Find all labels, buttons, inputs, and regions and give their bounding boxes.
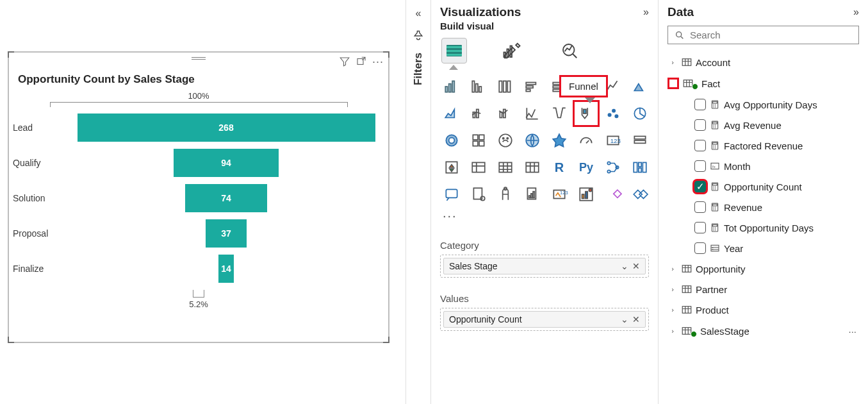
funnel-row[interactable]: Qualify94 xyxy=(9,149,382,177)
visual-type-icon[interactable] xyxy=(602,102,625,125)
visual-type-icon[interactable] xyxy=(602,183,625,206)
table-node[interactable]: ›Account xyxy=(667,52,859,72)
category-pill[interactable]: Sales Stage ⌄ ✕ xyxy=(443,258,646,274)
values-pill[interactable]: Opportunity Count ⌄ ✕ xyxy=(443,311,646,328)
more-icon[interactable]: ··· xyxy=(848,326,856,337)
remove-pill-icon[interactable]: ✕ xyxy=(632,314,640,324)
field-checkbox[interactable]: ✓ xyxy=(694,181,706,192)
remove-pill-icon[interactable]: ✕ xyxy=(632,261,640,271)
table-node[interactable]: ›Opportunity xyxy=(667,258,859,279)
visual-type-icon[interactable] xyxy=(467,75,490,98)
visual-type-icon[interactable] xyxy=(521,183,544,206)
visual-type-icon[interactable] xyxy=(467,102,490,125)
values-well[interactable]: Opportunity Count ⌄ ✕ xyxy=(440,308,649,331)
visual-type-icon[interactable] xyxy=(494,102,517,125)
table-expand-highlight[interactable] xyxy=(667,78,679,89)
expand-icon[interactable]: › xyxy=(667,327,678,335)
visual-type-icon[interactable] xyxy=(467,183,490,206)
funnel-bar[interactable]: 74 xyxy=(185,184,267,212)
field-node[interactable]: Avg Opportunity Days xyxy=(667,94,859,115)
funnel-visual-container[interactable]: ··· Opportunity Count by Sales Stage 100… xyxy=(8,51,389,343)
visual-type-icon[interactable]: 123 xyxy=(548,183,571,206)
table-node[interactable]: Fact xyxy=(667,72,859,94)
visual-type-icon[interactable] xyxy=(467,156,490,179)
visual-type-icon[interactable] xyxy=(494,75,517,98)
visual-type-icon[interactable] xyxy=(628,129,651,152)
funnel-row[interactable]: Lead268 xyxy=(9,114,382,142)
visual-type-icon[interactable] xyxy=(494,129,517,152)
field-node[interactable]: Tot Opportunity Days xyxy=(667,217,859,238)
visual-type-icon[interactable] xyxy=(628,75,651,98)
more-visuals-icon[interactable]: ··· xyxy=(440,207,649,224)
resize-handle-br[interactable] xyxy=(383,337,389,343)
field-node[interactable]: ✓Opportunity Count xyxy=(667,176,859,197)
field-checkbox[interactable] xyxy=(694,242,706,254)
funnel-bar[interactable]: 268 xyxy=(78,114,375,142)
field-checkbox[interactable] xyxy=(694,201,706,213)
expand-icon[interactable]: › xyxy=(667,285,678,294)
visual-type-icon[interactable] xyxy=(494,183,517,206)
field-checkbox[interactable] xyxy=(694,119,706,131)
visual-type-icon[interactable] xyxy=(494,156,517,179)
visual-type-icon[interactable] xyxy=(440,156,463,179)
category-well[interactable]: Sales Stage ⌄ ✕ xyxy=(440,255,649,278)
funnel-bar[interactable]: 14 xyxy=(218,255,234,283)
analytics-tab[interactable] xyxy=(557,38,582,63)
resize-handle-bl[interactable] xyxy=(8,337,14,343)
funnel-row[interactable]: Finalize14 xyxy=(9,255,382,283)
visual-type-icon[interactable] xyxy=(440,102,463,125)
visual-type-icon[interactable]: 123 xyxy=(602,129,625,152)
build-visual-tab[interactable] xyxy=(441,38,467,63)
visual-type-icon[interactable] xyxy=(440,183,463,206)
visual-type-icon[interactable] xyxy=(602,156,625,179)
visual-type-icon[interactable] xyxy=(628,156,651,179)
funnel-visual-icon[interactable]: Funnel xyxy=(575,102,598,125)
funnel-bar[interactable]: 94 xyxy=(174,149,278,177)
visual-type-icon[interactable] xyxy=(628,102,651,125)
visual-type-icon[interactable] xyxy=(467,129,490,152)
field-checkbox[interactable] xyxy=(694,140,706,151)
table-node[interactable]: ›SalesStage··· xyxy=(667,320,859,342)
drag-handle[interactable] xyxy=(192,57,206,60)
visual-type-icon[interactable] xyxy=(575,129,598,152)
funnel-row[interactable]: Solution74 xyxy=(9,184,382,212)
more-options-icon[interactable]: ··· xyxy=(371,55,385,69)
collapse-viz-icon[interactable]: » xyxy=(643,6,649,18)
field-node[interactable]: Revenue xyxy=(667,197,859,217)
format-visual-tab[interactable] xyxy=(499,38,525,63)
field-checkbox[interactable] xyxy=(694,99,706,110)
expand-filters-icon[interactable]: « xyxy=(416,8,422,19)
visual-type-icon[interactable] xyxy=(548,129,571,152)
field-node[interactable]: Factored Revenue xyxy=(667,135,859,156)
visual-type-icon[interactable] xyxy=(521,129,544,152)
filters-pane-collapsed[interactable]: « Filters xyxy=(405,0,431,404)
visual-type-icon[interactable] xyxy=(440,75,463,98)
search-box[interactable] xyxy=(667,26,859,44)
chevron-down-icon[interactable]: ⌄ xyxy=(621,314,628,324)
chevron-down-icon[interactable]: ⌄ xyxy=(621,261,628,271)
field-checkbox[interactable] xyxy=(694,160,706,172)
visual-type-icon[interactable] xyxy=(440,129,463,152)
field-checkbox[interactable] xyxy=(694,222,706,233)
funnel-bar[interactable]: 37 xyxy=(206,219,247,248)
collapse-data-icon[interactable]: » xyxy=(853,6,859,18)
expand-icon[interactable]: › xyxy=(667,58,678,67)
visual-type-icon[interactable] xyxy=(548,102,571,125)
expand-icon[interactable]: › xyxy=(667,265,678,273)
funnel-row[interactable]: Proposal37 xyxy=(9,219,382,248)
field-node[interactable]: Year xyxy=(667,238,859,258)
field-node[interactable]: Avg Revenue xyxy=(667,115,859,135)
visual-type-icon[interactable] xyxy=(521,102,544,125)
filter-icon[interactable] xyxy=(338,55,352,69)
focus-mode-icon[interactable] xyxy=(354,55,368,69)
expand-icon[interactable]: › xyxy=(667,306,678,314)
visual-type-icon[interactable] xyxy=(575,183,598,206)
visual-type-icon[interactable] xyxy=(521,156,544,179)
visual-type-icon[interactable] xyxy=(628,183,651,206)
visual-type-icon[interactable] xyxy=(521,75,544,98)
visual-type-icon[interactable]: R xyxy=(548,156,571,179)
resize-handle-tl[interactable] xyxy=(8,51,14,58)
report-canvas[interactable]: ··· Opportunity Count by Sales Stage 100… xyxy=(0,0,405,404)
table-node[interactable]: ›Product xyxy=(667,299,859,320)
visual-type-icon[interactable]: Py xyxy=(575,156,598,179)
